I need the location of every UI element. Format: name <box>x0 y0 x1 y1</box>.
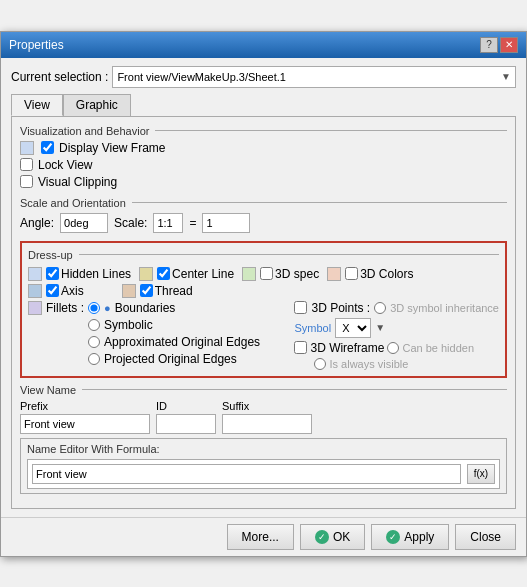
scale-section: Scale and Orientation Angle: 0deg Scale:… <box>20 197 507 233</box>
3d-points-label: 3D Points : <box>311 301 370 315</box>
window-title: Properties <box>9 38 64 52</box>
projected-label: Projected Original Edges <box>104 352 237 366</box>
dress-up-section: Dress-up Hidden Lines Center Line <box>20 241 507 378</box>
scale-section-label: Scale and Orientation <box>20 197 507 209</box>
prefix-col: Prefix Front view <box>20 400 150 434</box>
scale-label: Scale: <box>114 216 147 230</box>
visual-clipping-checkbox[interactable] <box>20 175 33 188</box>
axis-checkbox[interactable] <box>46 284 59 297</box>
current-selection-label: Current selection : <box>11 70 108 84</box>
boundaries-dot: ● <box>104 302 111 314</box>
help-button[interactable]: ? <box>480 37 498 53</box>
center-line-item: Center Line <box>139 267 234 281</box>
3d-spec-checkbox[interactable] <box>260 267 273 280</box>
approx-label: Approximated Original Edges <box>104 335 260 349</box>
hidden-lines-label: Hidden Lines <box>61 267 131 281</box>
ok-button[interactable]: ✓ OK <box>300 524 365 550</box>
fillets-label: Fillets : <box>46 301 84 315</box>
visual-clipping-row: Visual Clipping <box>20 175 507 189</box>
current-selection-dropdown[interactable]: Front view/ViewMakeUp.3/Sheet.1 ▼ <box>112 66 516 88</box>
3d-wireframe-label: 3D Wireframe <box>310 341 384 355</box>
dress-row-2: Axis Thread <box>28 284 499 298</box>
always-visible-row: Is always visible <box>294 358 499 370</box>
window-close-button[interactable]: ✕ <box>500 37 518 53</box>
lock-view-row: Lock View <box>20 158 507 172</box>
dropdown-arrow-icon: ▼ <box>501 71 511 82</box>
display-view-frame-icon <box>20 141 34 155</box>
apply-button[interactable]: ✓ Apply <box>371 524 449 550</box>
current-selection-text: Front view/ViewMakeUp.3/Sheet.1 <box>117 71 286 83</box>
center-line-label: Center Line <box>172 267 234 281</box>
scale-input[interactable]: 1:1 <box>153 213 183 233</box>
3d-wireframe-checkbox[interactable] <box>294 341 307 354</box>
hidden-lines-checkbox[interactable] <box>46 267 59 280</box>
more-button[interactable]: More... <box>227 524 294 550</box>
projected-radio[interactable] <box>88 353 100 365</box>
angle-input[interactable]: 0deg <box>60 213 108 233</box>
thread-checkbox[interactable] <box>140 284 153 297</box>
formula-input[interactable]: Front view <box>32 464 461 484</box>
apply-icon: ✓ <box>386 530 400 544</box>
3d-colors-icon <box>327 267 341 281</box>
scale-row: Angle: 0deg Scale: 1:1 = 1 <box>20 213 507 233</box>
3d-points-row: 3D Points : 3D symbol inheritance <box>294 301 499 315</box>
axis-icon <box>28 284 42 298</box>
can-be-hidden-radio[interactable] <box>387 342 399 354</box>
tab-view[interactable]: View <box>11 94 63 116</box>
scale-value-input[interactable]: 1 <box>202 213 250 233</box>
thread-icon <box>122 284 136 298</box>
center-line-icon <box>139 267 153 281</box>
fillets-radio-group: ● Boundaries Symbolic Approximated Origi… <box>88 301 260 370</box>
formula-box: Front view f(x) <box>27 459 500 489</box>
tabs: View Graphic <box>11 94 516 116</box>
suffix-input[interactable] <box>222 414 312 434</box>
3d-colors-checkbox[interactable] <box>345 267 358 280</box>
center-line-checkbox[interactable] <box>157 267 170 280</box>
suffix-col: Suffix <box>222 400 312 434</box>
always-visible-radio[interactable] <box>314 358 326 370</box>
fillets-row: Fillets : ● Boundaries S <box>28 301 499 370</box>
visualization-section: Visualization and Behavior Display View … <box>20 125 507 189</box>
symbolic-label: Symbolic <box>104 318 153 332</box>
prefix-input[interactable]: Front view <box>20 414 150 434</box>
lock-view-checkbox[interactable] <box>20 158 33 171</box>
bottom-bar: More... ✓ OK ✓ Apply Close <box>1 517 526 556</box>
approx-radio[interactable] <box>88 336 100 348</box>
3d-wireframe-row: 3D Wireframe Can be hidden <box>294 341 499 355</box>
fillets-content: ● Boundaries Symbolic Approximated Origi… <box>88 301 499 370</box>
id-input[interactable] <box>156 414 216 434</box>
formula-button[interactable]: f(x) <box>467 464 495 484</box>
right-panel: 3D Points : 3D symbol inheritance Symbol… <box>294 301 499 370</box>
name-editor-label: Name Editor With Formula: <box>27 443 500 455</box>
thread-item: Thread <box>122 284 193 298</box>
symbolic-radio[interactable] <box>88 319 100 331</box>
fillets-icon <box>28 301 42 315</box>
thread-label: Thread <box>155 284 193 298</box>
suffix-label: Suffix <box>222 400 312 412</box>
window-content: Current selection : Front view/ViewMakeU… <box>1 58 526 517</box>
display-view-frame-label: Display View Frame <box>59 141 165 155</box>
axis-label: Axis <box>61 284 84 298</box>
tab-content: Visualization and Behavior Display View … <box>11 116 516 509</box>
symbol-dropdown-arrow: ▼ <box>375 322 385 333</box>
fillets-label-area: Fillets : <box>28 301 88 315</box>
display-view-frame-checkbox[interactable] <box>41 141 54 154</box>
symbol-inheritance-radio[interactable] <box>374 302 386 314</box>
3d-spec-label: 3D spec <box>275 267 319 281</box>
symbol-select[interactable]: X + ● <box>335 318 371 338</box>
3d-spec-icon <box>242 267 256 281</box>
properties-window: Properties ? ✕ Current selection : Front… <box>0 31 527 557</box>
close-bottom-button[interactable]: Close <box>455 524 516 550</box>
tab-graphic[interactable]: Graphic <box>63 94 131 116</box>
prefix-label: Prefix <box>20 400 150 412</box>
symbol-row: Symbol X + ● ▼ <box>294 318 499 338</box>
boundaries-row: ● Boundaries <box>88 301 260 315</box>
3d-points-checkbox[interactable] <box>294 301 307 314</box>
view-name-section: View Name Prefix Front view ID Suffix <box>20 384 507 494</box>
pil-row: Prefix Front view ID Suffix <box>20 400 507 434</box>
boundaries-label: Boundaries <box>115 301 176 315</box>
symbolic-row: Symbolic <box>88 318 260 332</box>
lock-view-label: Lock View <box>38 158 92 172</box>
formula-btn-label: f(x) <box>474 468 488 479</box>
boundaries-radio[interactable] <box>88 302 100 314</box>
